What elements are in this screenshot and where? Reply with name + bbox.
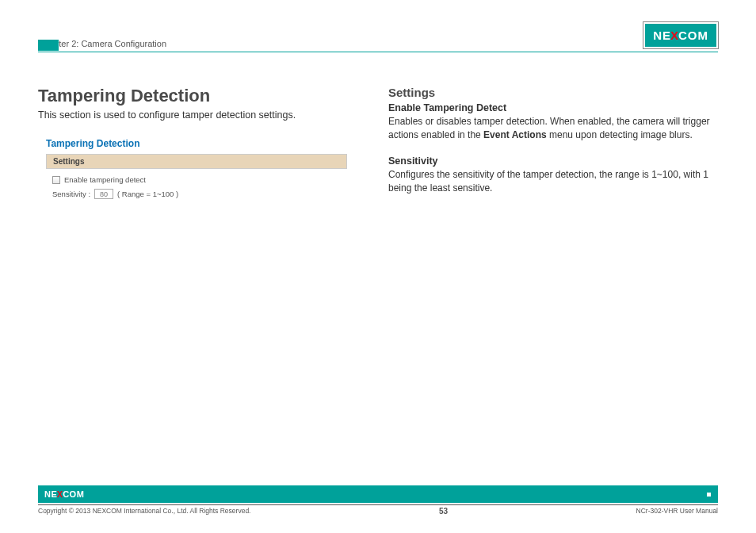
page-title: Tampering Detection [38, 86, 368, 106]
logo-text-left: NE [653, 29, 671, 42]
footer-bar: NEXCOM [38, 485, 718, 503]
page-number: 53 [439, 507, 448, 516]
footer-logo: NEXCOM [44, 489, 84, 499]
header-accent-block [38, 40, 59, 51]
enable-tampering-row: Enable tampering detect [52, 175, 341, 184]
sensitivity-row: Sensitivity : ( Range = 1~100 ) [52, 189, 341, 199]
enable-detect-desc: Enables or disables tamper detection. Wh… [388, 115, 718, 143]
settings-header: Settings [46, 154, 347, 169]
nexcom-logo: NEXCOM [643, 22, 718, 48]
copyright-text: Copyright © 2013 NEXCOM International Co… [38, 507, 250, 516]
enable-tampering-checkbox[interactable] [52, 176, 60, 184]
event-actions-bold: Event Actions [483, 129, 547, 140]
manual-name: NCr-302-VHR User Manual [636, 507, 718, 516]
footer-squares-icon [706, 497, 718, 503]
enable-detect-heading: Enable Tampering Detect [388, 102, 718, 113]
logo-text-right: COM [678, 29, 708, 42]
enable-tampering-label: Enable tampering detect [64, 175, 146, 184]
sensitivity-heading: Sensitivity [388, 155, 718, 167]
sensitivity-label: Sensitivity : [52, 190, 90, 198]
settings-panel: Settings Enable tampering detect Sensiti… [46, 154, 347, 202]
sensitivity-range: ( Range = 1~100 ) [117, 190, 178, 198]
intro-text: This section is used to configure tamper… [38, 109, 368, 121]
sensitivity-desc: Configures the sensitivity of the tamper… [388, 168, 718, 196]
sensitivity-input[interactable] [94, 189, 113, 199]
settings-heading: Settings [388, 86, 718, 99]
panel-title: Tampering Detection [46, 138, 368, 149]
